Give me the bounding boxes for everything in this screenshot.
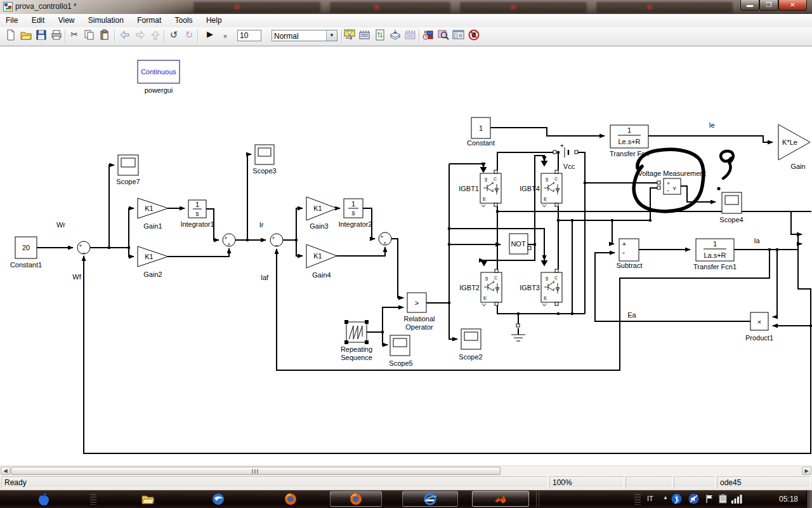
block-gain2[interactable]: K1 Gain2	[138, 246, 168, 278]
volume-muted-icon[interactable]	[688, 493, 702, 507]
block-scope7[interactable]: Scope7	[116, 155, 140, 185]
horizontal-scrollbar[interactable]: ◀ ▶	[0, 465, 812, 476]
taskbar-window-firefox[interactable]	[330, 491, 382, 507]
block-repeating-sequence[interactable]: Repeating Sequence	[341, 320, 372, 361]
block-powergui[interactable]: Continuous powergui	[138, 60, 180, 94]
block-gain3[interactable]: K1 Gain3	[306, 197, 337, 230]
model-browser-icon[interactable]	[358, 29, 372, 43]
restore-button[interactable]: ❐	[759, 0, 778, 11]
block-sum-field[interactable]: + +	[223, 234, 235, 248]
block-scope3[interactable]: Scope3	[252, 145, 276, 175]
background-close-glyph	[647, 4, 652, 10]
action-center-flag-icon[interactable]	[704, 493, 718, 507]
taskbar-firefox-icon[interactable]	[284, 492, 298, 506]
block-transfer-fcn[interactable]: 1 Le.s+R Transfer Fcn	[610, 125, 649, 157]
title-bar[interactable]: prova_controllo1 * ▬ ❐ ✕	[0, 0, 812, 14]
block-igbt4[interactable]: IGBT4 g C E	[520, 170, 562, 207]
find-icon[interactable]	[436, 29, 450, 43]
update-diagram-icon[interactable]	[373, 29, 387, 43]
incremental-build-icon[interactable]	[403, 29, 417, 43]
block-gain1[interactable]: K1 Gain1	[138, 198, 168, 230]
close-button[interactable]: ✕	[778, 0, 807, 11]
scrollbar-thumb[interactable]	[11, 467, 501, 475]
tray-grip[interactable]	[634, 494, 641, 505]
block-scope2[interactable]: Scope2	[459, 329, 482, 361]
svg-text:Gain3: Gain3	[310, 222, 328, 230]
model-explorer-icon[interactable]	[452, 29, 466, 43]
undo-icon[interactable]: ↺	[167, 29, 181, 43]
model-canvas[interactable]: Continuous powergui 20 Constant1 + - Sco…	[0, 46, 812, 465]
taskbar-grip[interactable]	[90, 494, 96, 505]
block-sum-speed[interactable]: + -	[77, 241, 90, 256]
language-indicator[interactable]: IT	[647, 495, 653, 502]
up-icon[interactable]	[148, 29, 162, 43]
scroll-left-icon[interactable]: ◀	[1, 467, 10, 475]
block-integrator2[interactable]: 1 s Integrator2	[338, 199, 372, 228]
block-igbt3[interactable]: IGBT3 g C E	[520, 269, 562, 306]
taskbar-window-matlab[interactable]	[472, 491, 529, 507]
taskbar-thunderbird-icon[interactable]	[211, 492, 225, 506]
sim-mode-combo[interactable]: Normal ▼	[272, 30, 337, 41]
taskbar-explorer-icon[interactable]	[141, 492, 155, 506]
block-integrator1[interactable]: 1 s Integrator1	[180, 200, 214, 228]
block-scope4[interactable]: Scope4	[719, 192, 743, 224]
svg-text:Integrator2: Integrator2	[338, 220, 372, 228]
block-subtract[interactable]: + - Subtract	[617, 239, 643, 269]
open-model-icon[interactable]	[19, 29, 33, 43]
block-igbt2[interactable]: IGBT2 g C E	[459, 269, 502, 306]
menu-simulation[interactable]: Simulation	[82, 14, 129, 27]
svg-text:powergui: powergui	[145, 86, 173, 94]
block-not[interactable]: NOT	[509, 234, 531, 254]
block-voltage-measurement[interactable]: + v - Voltage Measurement	[638, 170, 705, 194]
debugger-icon[interactable]	[421, 29, 435, 43]
save-icon[interactable]	[34, 29, 48, 43]
cut-icon[interactable]: ✂	[67, 29, 81, 43]
block-gain-kle[interactable]: K*Le Gain	[778, 124, 810, 170]
start-simulation-icon[interactable]: ▶	[203, 29, 217, 43]
block-sum-current[interactable]: + -	[270, 234, 283, 248]
start-button[interactable]	[36, 492, 50, 506]
stop-simulation-icon[interactable]: ■	[218, 29, 232, 43]
redo-icon[interactable]: ↻	[182, 29, 196, 43]
show-desktop-button[interactable]	[806, 490, 812, 508]
block-vcc-battery[interactable]: + Vcc	[553, 142, 578, 170]
new-model-icon[interactable]	[4, 29, 18, 43]
disable-debug-icon[interactable]	[467, 29, 481, 43]
clipboard-tray-icon[interactable]	[717, 493, 731, 507]
menu-edit[interactable]: Edit	[26, 14, 51, 27]
build-all-icon[interactable]	[388, 29, 402, 43]
sim-stop-time-field[interactable]	[237, 30, 261, 41]
svg-text:g: g	[546, 276, 548, 281]
menu-format[interactable]: Format	[131, 14, 167, 27]
block-transfer-fcn1[interactable]: 1 La.s+R Transfer Fcn1	[693, 239, 737, 271]
print-icon[interactable]	[49, 29, 63, 43]
block-igbt1[interactable]: IGBT1 g C E	[459, 170, 501, 207]
paste-icon[interactable]	[98, 29, 112, 43]
menu-help[interactable]: Help	[200, 14, 228, 27]
clock[interactable]: 05:18	[779, 495, 798, 504]
block-relational-operator[interactable]: > Relational Operator	[404, 293, 435, 331]
minimize-button[interactable]: ▬	[740, 0, 759, 11]
library-browser-icon[interactable]	[343, 29, 357, 43]
copy-icon[interactable]	[82, 29, 96, 43]
background-window-tab	[330, 2, 450, 13]
menu-tools[interactable]: Tools	[169, 14, 199, 27]
block-product1[interactable]: × Product1	[745, 312, 773, 342]
menu-view[interactable]: View	[53, 14, 81, 27]
bluetooth-icon[interactable]	[671, 493, 685, 507]
back-icon[interactable]	[118, 29, 132, 43]
block-constant1[interactable]: 20 Constant1	[10, 237, 42, 269]
block-scope5[interactable]: Scope5	[389, 335, 412, 367]
chevron-down-icon[interactable]: ▼	[326, 30, 337, 41]
tray-expand-icon[interactable]: ▲	[663, 495, 668, 500]
block-constant[interactable]: 1 Constant	[467, 117, 495, 147]
block-sum-pwm[interactable]: + +	[379, 232, 391, 246]
taskbar-window-ie[interactable]	[402, 491, 458, 507]
svg-text:E: E	[483, 196, 486, 202]
scroll-right-icon[interactable]: ▶	[802, 467, 811, 475]
svg-text:La.s+R: La.s+R	[704, 251, 726, 259]
block-gain4[interactable]: K1 Gain4	[306, 244, 337, 279]
menu-file[interactable]: File	[0, 14, 23, 27]
network-signal-icon[interactable]	[731, 494, 745, 508]
forward-icon[interactable]	[133, 29, 147, 43]
